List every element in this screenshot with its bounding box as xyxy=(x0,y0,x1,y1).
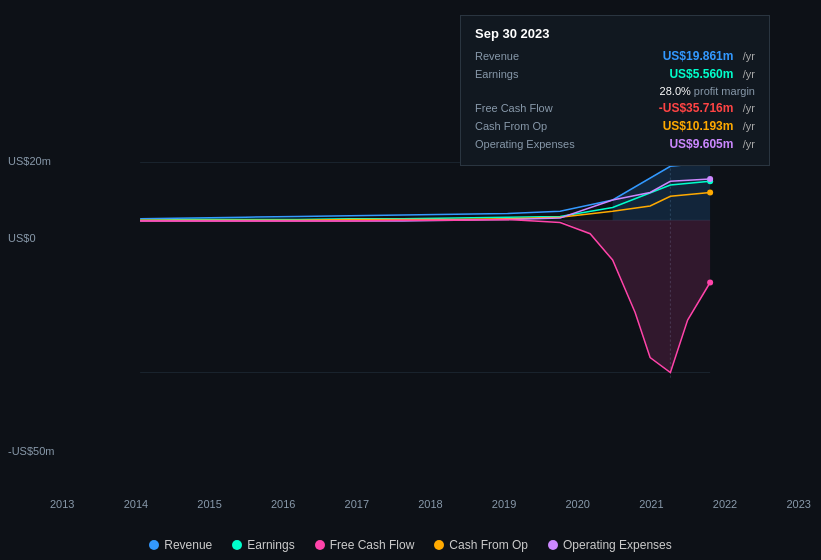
legend-item-cashfromop[interactable]: Cash From Op xyxy=(434,538,528,552)
x-label-2021: 2021 xyxy=(639,498,663,510)
tooltip-row-cashfromop: Cash From Op US$10.193m /yr xyxy=(475,119,755,133)
legend-item-fcf[interactable]: Free Cash Flow xyxy=(315,538,415,552)
tooltip-label-opex: Operating Expenses xyxy=(475,138,585,150)
x-label-2023: 2023 xyxy=(786,498,810,510)
legend-dot-opex xyxy=(548,540,558,550)
svg-point-7 xyxy=(707,176,713,182)
legend-label-fcf: Free Cash Flow xyxy=(330,538,415,552)
tooltip-row-revenue: Revenue US$19.861m /yr xyxy=(475,49,755,63)
svg-point-6 xyxy=(707,190,713,196)
x-label-2015: 2015 xyxy=(197,498,221,510)
tooltip-label-earnings: Earnings xyxy=(475,68,585,80)
x-label-2017: 2017 xyxy=(345,498,369,510)
legend-item-opex[interactable]: Operating Expenses xyxy=(548,538,672,552)
tooltip-title: Sep 30 2023 xyxy=(475,26,755,41)
tooltip-profit-margin: 28.0% profit margin xyxy=(660,85,755,97)
chart-legend: Revenue Earnings Free Cash Flow Cash Fro… xyxy=(0,538,821,552)
tooltip-value-cashfromop: US$10.193m /yr xyxy=(663,119,755,133)
x-label-2013: 2013 xyxy=(50,498,74,510)
legend-item-earnings[interactable]: Earnings xyxy=(232,538,294,552)
tooltip-value-opex: US$9.605m /yr xyxy=(669,137,755,151)
tooltip-label-revenue: Revenue xyxy=(475,50,585,62)
legend-label-earnings: Earnings xyxy=(247,538,294,552)
svg-point-8 xyxy=(707,280,713,286)
chart-svg xyxy=(0,155,821,455)
data-tooltip: Sep 30 2023 Revenue US$19.861m /yr Earni… xyxy=(460,15,770,166)
x-label-2018: 2018 xyxy=(418,498,442,510)
legend-item-revenue[interactable]: Revenue xyxy=(149,538,212,552)
legend-dot-earnings xyxy=(232,540,242,550)
legend-dot-revenue xyxy=(149,540,159,550)
tooltip-row-fcf: Free Cash Flow -US$35.716m /yr xyxy=(475,101,755,115)
tooltip-row-opex: Operating Expenses US$9.605m /yr xyxy=(475,137,755,151)
x-axis: 2013 2014 2015 2016 2017 2018 2019 2020 … xyxy=(50,498,811,510)
legend-label-revenue: Revenue xyxy=(164,538,212,552)
tooltip-label-fcf: Free Cash Flow xyxy=(475,102,585,114)
tooltip-row-profit-margin: 28.0% profit margin xyxy=(475,85,755,97)
tooltip-row-earnings: Earnings US$5.560m /yr xyxy=(475,67,755,81)
legend-label-opex: Operating Expenses xyxy=(563,538,672,552)
legend-label-cashfromop: Cash From Op xyxy=(449,538,528,552)
x-label-2016: 2016 xyxy=(271,498,295,510)
tooltip-value-revenue: US$19.861m /yr xyxy=(663,49,755,63)
legend-dot-fcf xyxy=(315,540,325,550)
tooltip-value-earnings: US$5.560m /yr xyxy=(669,67,755,81)
x-label-2022: 2022 xyxy=(713,498,737,510)
tooltip-value-fcf: -US$35.716m /yr xyxy=(659,101,755,115)
tooltip-label-cashfromop: Cash From Op xyxy=(475,120,585,132)
x-label-2014: 2014 xyxy=(124,498,148,510)
x-label-2019: 2019 xyxy=(492,498,516,510)
legend-dot-cashfromop xyxy=(434,540,444,550)
x-label-2020: 2020 xyxy=(565,498,589,510)
